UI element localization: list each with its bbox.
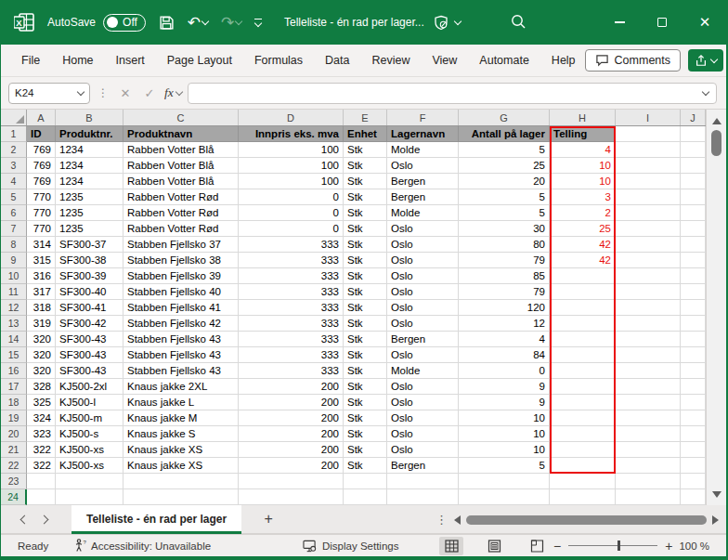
cell[interactable]: 333: [239, 268, 344, 284]
cell[interactable]: Produktnavn: [124, 126, 239, 142]
cell[interactable]: 200: [239, 442, 344, 458]
cell[interactable]: [239, 474, 344, 489]
excel-logo-icon[interactable]: X: [14, 13, 34, 32]
cell[interactable]: Knaus jakke XS: [124, 458, 239, 474]
cell[interactable]: 10: [459, 442, 550, 458]
row-header-9[interactable]: 9: [1, 253, 27, 268]
cell[interactable]: [550, 379, 616, 395]
cell[interactable]: 318: [27, 300, 56, 316]
cell[interactable]: Stk: [344, 268, 387, 284]
cell[interactable]: Rabben Votter Rød: [124, 205, 239, 221]
cell[interactable]: Stk: [344, 174, 387, 189]
previous-sheet-button[interactable]: [20, 514, 30, 524]
cell[interactable]: 320: [27, 363, 56, 379]
ribbon-tab-view[interactable]: View: [422, 49, 466, 72]
cell[interactable]: [681, 347, 706, 363]
cell[interactable]: 333: [239, 363, 344, 379]
cell[interactable]: [550, 363, 616, 379]
hscroll-thumb[interactable]: [466, 515, 707, 525]
cell[interactable]: KJ500-l: [56, 395, 124, 410]
cell[interactable]: 769: [27, 158, 56, 174]
ribbon-tab-file[interactable]: File: [12, 49, 49, 72]
row-header-4[interactable]: 4: [1, 174, 27, 189]
cell[interactable]: 770: [27, 205, 56, 221]
cell[interactable]: 317: [27, 284, 56, 300]
cell[interactable]: Molde: [387, 363, 459, 379]
cell[interactable]: 100: [239, 142, 344, 158]
cell[interactable]: 325: [27, 395, 56, 410]
column-header-H[interactable]: H: [550, 110, 616, 125]
row-header-16[interactable]: 16: [1, 363, 27, 379]
cell[interactable]: [681, 253, 706, 268]
cell[interactable]: SF300-43: [56, 332, 124, 347]
horizontal-scrollbar[interactable]: [454, 505, 719, 534]
cell[interactable]: Oslo: [387, 410, 459, 426]
cell[interactable]: 30: [459, 221, 550, 237]
cell[interactable]: 324: [27, 410, 56, 426]
cell[interactable]: Molde: [387, 142, 459, 158]
cell[interactable]: 770: [27, 221, 56, 237]
cell[interactable]: Oslo: [387, 268, 459, 284]
cell[interactable]: [681, 316, 706, 332]
cell[interactable]: [616, 300, 681, 316]
cell[interactable]: Stk: [344, 426, 387, 442]
cell[interactable]: [616, 379, 681, 395]
cell[interactable]: [550, 395, 616, 410]
cell[interactable]: [616, 458, 681, 474]
cell[interactable]: [616, 268, 681, 284]
cell[interactable]: 320: [27, 332, 56, 347]
column-header-J[interactable]: J: [681, 110, 706, 125]
cell[interactable]: Stk: [344, 221, 387, 237]
cell[interactable]: 1235: [56, 205, 124, 221]
cell[interactable]: 79: [459, 284, 550, 300]
cell[interactable]: KJ500-s: [56, 426, 124, 442]
cell[interactable]: 42: [550, 237, 616, 253]
cell[interactable]: [681, 158, 706, 174]
cell[interactable]: Oslo: [387, 316, 459, 332]
cell[interactable]: [616, 489, 681, 505]
row-header-18[interactable]: 18: [1, 395, 27, 410]
cell[interactable]: [387, 489, 459, 505]
cell[interactable]: 5: [459, 142, 550, 158]
column-header-E[interactable]: E: [344, 110, 387, 125]
cell[interactable]: 4: [459, 332, 550, 347]
cell[interactable]: 5: [459, 189, 550, 205]
insert-function-button[interactable]: fx: [164, 84, 182, 102]
row-header-6[interactable]: 6: [1, 205, 27, 221]
row-header-8[interactable]: 8: [1, 237, 27, 253]
cell[interactable]: SF300-42: [56, 316, 124, 332]
page-layout-view-button[interactable]: [482, 537, 506, 555]
column-header-A[interactable]: A: [27, 110, 56, 125]
cell[interactable]: Rabben Votter Rød: [124, 189, 239, 205]
zoom-level[interactable]: 100 %: [679, 540, 709, 552]
cell[interactable]: 20: [459, 174, 550, 189]
cell[interactable]: [550, 316, 616, 332]
cell[interactable]: 200: [239, 395, 344, 410]
row-header-3[interactable]: 3: [1, 158, 27, 174]
cell[interactable]: 10: [459, 426, 550, 442]
ribbon-tab-help[interactable]: Help: [542, 49, 585, 72]
cell[interactable]: 3: [550, 189, 616, 205]
cell[interactable]: 333: [239, 237, 344, 253]
add-sheet-button[interactable]: +: [254, 511, 282, 527]
cell[interactable]: Stabben Fjellsko 43: [124, 347, 239, 363]
cell[interactable]: [616, 237, 681, 253]
sheet-tab[interactable]: Telleliste - én rad per lager: [72, 505, 241, 534]
cell[interactable]: Stk: [344, 284, 387, 300]
cell[interactable]: [550, 332, 616, 347]
cell[interactable]: Molde: [387, 205, 459, 221]
cell[interactable]: 2: [550, 205, 616, 221]
row-header-21[interactable]: 21: [1, 442, 27, 458]
cell[interactable]: [616, 474, 681, 489]
cell[interactable]: [681, 189, 706, 205]
cell[interactable]: Stabben Fjellsko 38: [124, 253, 239, 268]
cell[interactable]: [616, 316, 681, 332]
cell[interactable]: 314: [27, 237, 56, 253]
cell[interactable]: 333: [239, 253, 344, 268]
cell[interactable]: KJ500-xs: [56, 458, 124, 474]
cell[interactable]: Stabben Fjellsko 42: [124, 316, 239, 332]
cell[interactable]: 328: [27, 379, 56, 395]
ribbon-tab-insert[interactable]: Insert: [107, 49, 154, 72]
cell[interactable]: 322: [27, 442, 56, 458]
cell[interactable]: 100: [239, 158, 344, 174]
